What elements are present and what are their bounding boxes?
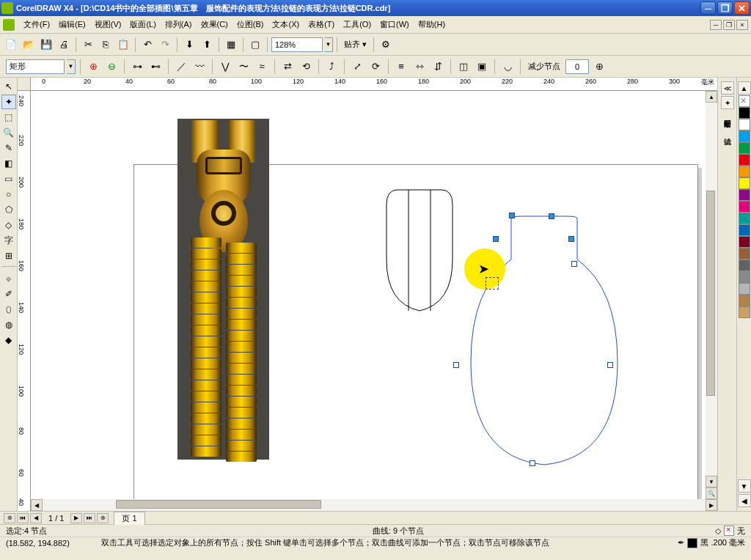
blend-tool[interactable]: ⟐ bbox=[1, 271, 16, 286]
menu-edit[interactable]: 编辑(E) bbox=[54, 18, 90, 32]
color-swatch[interactable] bbox=[739, 224, 750, 236]
curve-smooth-button[interactable]: ◡ bbox=[499, 59, 516, 75]
menu-view[interactable]: 视图(V) bbox=[90, 18, 126, 32]
reflect-v-button[interactable]: ⇵ bbox=[430, 59, 446, 75]
outline-tool[interactable]: ⬯ bbox=[1, 302, 16, 317]
curve-node[interactable] bbox=[509, 213, 515, 218]
cusp-node-button[interactable]: ⋁ bbox=[217, 59, 233, 75]
menu-file[interactable]: 文件(F) bbox=[19, 18, 54, 32]
color-swatch[interactable] bbox=[739, 248, 750, 259]
import-button[interactable]: ⬇ bbox=[181, 37, 197, 53]
scroll-left-button[interactable]: ◀ bbox=[31, 499, 43, 511]
first-page-button[interactable]: ⏮ bbox=[17, 513, 29, 523]
extract-button[interactable]: ⤴ bbox=[323, 59, 340, 75]
menu-text[interactable]: 文本(X) bbox=[268, 18, 304, 32]
doc-close-button[interactable]: × bbox=[736, 20, 748, 30]
color-swatch[interactable] bbox=[739, 271, 750, 283]
freehand-tool[interactable]: ✎ bbox=[1, 141, 16, 155]
curve-node[interactable] bbox=[493, 236, 499, 242]
color-swatch[interactable] bbox=[739, 283, 750, 295]
rectangle-tool[interactable]: ▭ bbox=[1, 172, 16, 186]
horizontal-ruler[interactable]: 0 20 40 60 80 100 120 140 160 180 200 22… bbox=[31, 78, 717, 91]
stretch-button[interactable]: ⤢ bbox=[349, 59, 365, 75]
snap-dropdown[interactable]: 贴齐 ▾ bbox=[341, 39, 370, 50]
new-button[interactable]: 📄 bbox=[3, 37, 19, 53]
paste-button[interactable]: 📋 bbox=[115, 37, 131, 53]
menu-tools[interactable]: 工具(O) bbox=[339, 18, 376, 32]
color-swatch[interactable] bbox=[739, 213, 750, 224]
canvas[interactable]: ➤ bbox=[31, 91, 717, 511]
smart-fill-tool[interactable]: ◧ bbox=[1, 156, 16, 171]
curve-node[interactable] bbox=[453, 362, 459, 368]
canvas-area[interactable]: 0 20 40 60 80 100 120 140 160 180 200 22… bbox=[18, 78, 717, 511]
add-page-after-button[interactable]: ⊕ bbox=[97, 513, 109, 523]
menu-table[interactable]: 表格(T) bbox=[304, 18, 339, 32]
last-page-button[interactable]: ⏭ bbox=[84, 513, 95, 523]
color-swatch[interactable] bbox=[739, 177, 750, 189]
extend-button[interactable]: ⟲ bbox=[298, 59, 314, 75]
delete-node-button[interactable]: ⊖ bbox=[103, 59, 120, 75]
print-button[interactable]: 🖨 bbox=[56, 37, 72, 53]
crop-tool[interactable]: ⬚ bbox=[1, 110, 16, 125]
color-swatch[interactable] bbox=[739, 130, 750, 142]
smooth-node-button[interactable]: 〜 bbox=[235, 59, 252, 75]
add-node-button[interactable]: ⊕ bbox=[85, 59, 101, 75]
outline-swatch[interactable] bbox=[687, 538, 697, 548]
open-button[interactable]: 📂 bbox=[21, 37, 37, 53]
menu-effects[interactable]: 效果(C) bbox=[197, 18, 232, 32]
vertical-scrollbar[interactable]: ▲ ▼ 🔍 bbox=[706, 91, 717, 499]
fill-tool[interactable]: ◍ bbox=[1, 317, 16, 332]
close-button[interactable]: ✕ bbox=[734, 1, 750, 15]
no-fill-swatch[interactable] bbox=[739, 95, 750, 107]
hint-docker-button[interactable]: ✦ bbox=[721, 96, 734, 109]
maximize-button[interactable]: ❐ bbox=[717, 1, 733, 15]
zoom-level-input[interactable]: 128% bbox=[271, 37, 323, 52]
interactive-fill-tool[interactable]: ◆ bbox=[1, 333, 16, 347]
curve-node[interactable] bbox=[571, 261, 577, 267]
join-nodes-button[interactable]: ⊶ bbox=[129, 59, 145, 75]
palette-flyout-button[interactable]: ◀ bbox=[738, 494, 751, 507]
options-button[interactable]: ⚙ bbox=[378, 37, 394, 53]
menu-arrange[interactable]: 排列(A) bbox=[161, 18, 197, 32]
cut-button[interactable]: ✂ bbox=[80, 37, 96, 53]
color-swatch[interactable] bbox=[739, 142, 750, 154]
shape-tool[interactable]: ✦ bbox=[1, 95, 16, 109]
align-button[interactable]: ≡ bbox=[393, 59, 409, 75]
menu-bitmaps[interactable]: 位图(B) bbox=[232, 18, 268, 32]
vertical-ruler[interactable]: 240 220 200 180 160 140 120 100 80 60 40 bbox=[18, 91, 31, 511]
color-swatch[interactable] bbox=[739, 259, 750, 271]
color-swatch[interactable] bbox=[739, 107, 750, 119]
redo-button[interactable]: ↷ bbox=[157, 37, 173, 53]
reduce-nodes-apply-button[interactable]: ⊕ bbox=[591, 59, 607, 75]
polygon-tool[interactable]: ⬠ bbox=[1, 202, 16, 217]
scroll-up-button[interactable]: ▲ bbox=[706, 91, 717, 103]
eyedropper-tool[interactable]: ✐ bbox=[1, 287, 16, 301]
zoom-dropdown-button[interactable]: ▼ bbox=[324, 37, 333, 52]
reflect-h-button[interactable]: ⇿ bbox=[411, 59, 428, 75]
menu-window[interactable]: 窗口(W) bbox=[376, 18, 414, 32]
menu-help[interactable]: 帮助(H) bbox=[414, 18, 450, 32]
shape-combo-arrow[interactable]: ▼ bbox=[67, 59, 76, 74]
text-tool[interactable]: 字 bbox=[1, 233, 16, 248]
color-swatch[interactable] bbox=[739, 306, 750, 318]
to-curve-button[interactable]: 〰 bbox=[191, 59, 208, 75]
ellipse-tool[interactable]: ○ bbox=[1, 187, 16, 202]
color-swatch[interactable] bbox=[739, 236, 750, 248]
color-swatch[interactable] bbox=[739, 119, 750, 130]
color-swatch[interactable] bbox=[739, 295, 750, 306]
save-button[interactable]: 💾 bbox=[38, 37, 54, 53]
palette-up-button[interactable]: ▲ bbox=[738, 81, 751, 95]
reverse-button[interactable]: ⇄ bbox=[279, 59, 296, 75]
rotate-button[interactable]: ⟳ bbox=[367, 59, 384, 75]
symm-node-button[interactable]: ≈ bbox=[254, 59, 270, 75]
curve-node[interactable] bbox=[607, 362, 613, 368]
prev-page-button[interactable]: ◀ bbox=[30, 513, 42, 523]
quick-pan-button[interactable]: 🔍 bbox=[706, 487, 717, 499]
add-page-button[interactable]: ⊕ bbox=[4, 513, 15, 523]
docker-label2[interactable]: ✕ 滤镜 bbox=[722, 122, 733, 132]
welcome-button[interactable]: ▢ bbox=[247, 37, 263, 53]
next-page-button[interactable]: ▶ bbox=[70, 513, 82, 523]
curve-node[interactable] bbox=[568, 236, 574, 242]
reduce-nodes-input[interactable] bbox=[565, 59, 589, 74]
select-all-nodes-button[interactable]: ▣ bbox=[474, 59, 490, 75]
